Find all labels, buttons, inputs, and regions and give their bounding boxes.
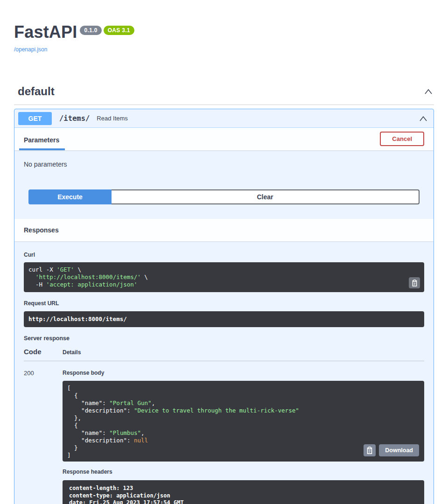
response-body-actions: Download [364, 444, 419, 456]
copy-response-button[interactable] [364, 444, 376, 456]
page-title: FastAPI0.1.0OAS 3.1 [14, 22, 434, 42]
clipboard-copy-icon [366, 447, 373, 454]
collapse-operation-button[interactable] [418, 114, 429, 123]
response-headers-label: Response headers [63, 469, 424, 475]
server-response-table-header: Code Details [24, 348, 424, 361]
swagger-ui-page: FastAPI0.1.0OAS 3.1 /openapi.json defaul… [0, 0, 448, 504]
download-button[interactable]: Download [379, 444, 419, 456]
responses-content: Curl curl -X 'GET' \ 'http://localhost:8… [14, 252, 434, 504]
copy-curl-button[interactable] [409, 277, 420, 288]
clipboard-copy-icon [412, 280, 418, 287]
cancel-button[interactable]: Cancel [380, 132, 424, 146]
request-url-value: http://localhost:8000/items/ [24, 311, 424, 327]
request-url-label: Request URL [24, 300, 424, 307]
api-title: FastAPI [14, 22, 77, 42]
chevron-up-icon [419, 115, 428, 122]
request-url-block: http://localhost:8000/items/ [24, 311, 424, 327]
curl-label: Curl [24, 252, 424, 258]
curl-command-block: curl -X 'GET' \ 'http://localhost:8000/i… [24, 262, 424, 292]
execute-button[interactable]: Execute [28, 189, 112, 204]
parameters-area: No parameters [14, 150, 434, 168]
response-body-label: Response body [63, 370, 424, 376]
no-parameters-text: No parameters [24, 161, 424, 168]
method-badge: GET [18, 112, 52, 125]
server-response-row: 200 Response body [ { "name": "Portal Gu… [24, 369, 424, 504]
response-headers-text: content-length: 123content-type: applica… [63, 480, 424, 504]
openapi-spec-link[interactable]: /openapi.json [14, 46, 47, 53]
clear-button[interactable]: Clear [112, 189, 420, 204]
tag-title: default [18, 85, 55, 98]
response-body-block: [ { "name": "Portal Gun", "description":… [63, 381, 424, 462]
server-response-label: Server response [24, 335, 424, 342]
oas-badge: OAS 3.1 [104, 26, 134, 35]
execute-wrapper: Execute Clear [14, 168, 434, 219]
response-status-code: 200 [24, 369, 63, 504]
operation-summary-text: Read Items [97, 115, 127, 122]
operation-summary[interactable]: GET /items/ Read Items [14, 109, 434, 128]
details-column-header: Details [63, 349, 81, 356]
curl-command-text: curl -X 'GET' \ 'http://localhost:8000/i… [24, 262, 424, 292]
responses-section-header: Responses [14, 219, 434, 241]
api-info-header: FastAPI0.1.0OAS 3.1 /openapi.json [14, 0, 434, 53]
code-column-header: Code [24, 348, 63, 356]
version-badge: 0.1.0 [80, 26, 101, 35]
chevron-up-icon [424, 88, 433, 95]
response-headers-block: content-length: 123content-type: applica… [63, 480, 424, 504]
collapse-section-button[interactable] [423, 87, 434, 96]
responses-heading: Responses [24, 226, 59, 234]
opblock-get-items: GET /items/ Read Items Parameters Cancel… [14, 109, 434, 504]
parameters-section-header: Parameters Cancel [14, 128, 434, 150]
tag-section-header-default[interactable]: default [14, 80, 434, 105]
operation-path: /items/ [59, 114, 90, 123]
tab-parameters[interactable]: Parameters [19, 136, 65, 150]
response-details-cell: Response body [ { "name": "Portal Gun", … [63, 369, 424, 504]
